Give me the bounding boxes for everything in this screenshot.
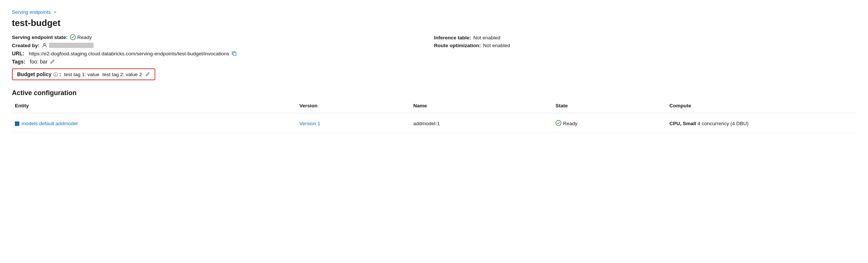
budget-policy-tag1: test tag 1: value (64, 72, 99, 77)
tags-row: Tags: foo: bar (12, 59, 434, 65)
state-check-icon (556, 120, 561, 127)
serving-endpoint-state-value: Ready (77, 35, 92, 40)
serving-endpoint-state-row: Serving endpoint state: Ready (12, 34, 434, 40)
created-by-row: Created by: (12, 42, 434, 48)
serving-endpoint-state-label: Serving endpoint state: (12, 35, 68, 40)
budget-policy-colon: : (59, 71, 61, 77)
cell-version: Version 1 (297, 119, 410, 128)
header-compute: Compute (666, 101, 856, 110)
page-title: test-budget (12, 18, 856, 28)
created-by-label: Created by: (12, 43, 39, 48)
url-label: URL: (12, 51, 24, 56)
created-by-redacted (49, 43, 94, 48)
header-name: Name (410, 101, 553, 110)
entity-name: models.default.addmodel (22, 121, 78, 126)
route-optimization-row: Route optimization: Not enabled (434, 43, 856, 48)
header-version: Version (297, 101, 410, 110)
inference-table-row: Inference table: Not enabled (434, 35, 856, 40)
breadcrumb-separator: > (54, 9, 56, 15)
budget-policy-edit-icon[interactable] (145, 72, 150, 77)
budget-policy-label: Budget policy : (17, 71, 61, 77)
breadcrumb: Serving endpoints > (12, 9, 856, 15)
url-value: https://e2-dogfood.staging.cloud.databri… (29, 51, 229, 56)
configuration-table: Entity Version Name State Compute models… (12, 101, 856, 133)
info-icon[interactable] (53, 72, 58, 77)
header-entity: Entity (12, 101, 297, 110)
cell-state: Ready (553, 118, 666, 129)
svg-point-4 (55, 73, 55, 74)
budget-policy-box: Budget policy : test tag 1: value test t… (12, 68, 155, 80)
header-state: State (553, 101, 666, 110)
entity-model-icon (15, 121, 19, 126)
cell-entity: models.default.addmodel (12, 119, 297, 128)
url-row: URL: https://e2-dogfood.staging.cloud.da… (12, 51, 434, 56)
compute-bold: CPU, Small (669, 121, 696, 126)
tags-edit-icon[interactable] (50, 59, 55, 64)
version-link[interactable]: Version 1 (299, 121, 320, 126)
cell-name: addmodel-1 (410, 119, 553, 128)
breadcrumb-link[interactable]: Serving endpoints (12, 9, 51, 15)
state-value: Ready (563, 121, 577, 126)
tags-value: foo: bar (30, 59, 47, 65)
budget-policy-text: Budget policy (17, 71, 52, 77)
compute-rest: 4 concurrency (4 DBU) (696, 121, 748, 126)
svg-point-1 (44, 43, 46, 45)
cell-compute: CPU, Small 4 concurrency (4 DBU) (666, 119, 856, 128)
status-badge: Ready (70, 34, 92, 40)
user-icon (42, 42, 48, 48)
budget-policy-tag2: test tag 2: value 2 (103, 72, 142, 77)
inference-table-label: Inference table: (434, 35, 471, 40)
table-row: models.default.addmodel Version 1 addmod… (12, 115, 856, 133)
tags-label: Tags: (12, 59, 25, 65)
active-configuration-section: Active configuration Entity Version Name… (12, 89, 856, 133)
route-optimization-value: Not enabled (483, 43, 510, 48)
check-circle-icon (70, 34, 76, 40)
route-optimization-label: Route optimization: (434, 43, 481, 48)
svg-rect-2 (233, 52, 236, 55)
inference-table-value: Not enabled (473, 35, 501, 40)
entity-link[interactable]: models.default.addmodel (15, 121, 294, 126)
active-configuration-title: Active configuration (12, 89, 856, 97)
table-header: Entity Version Name State Compute (12, 101, 856, 113)
copy-icon[interactable] (231, 51, 237, 56)
